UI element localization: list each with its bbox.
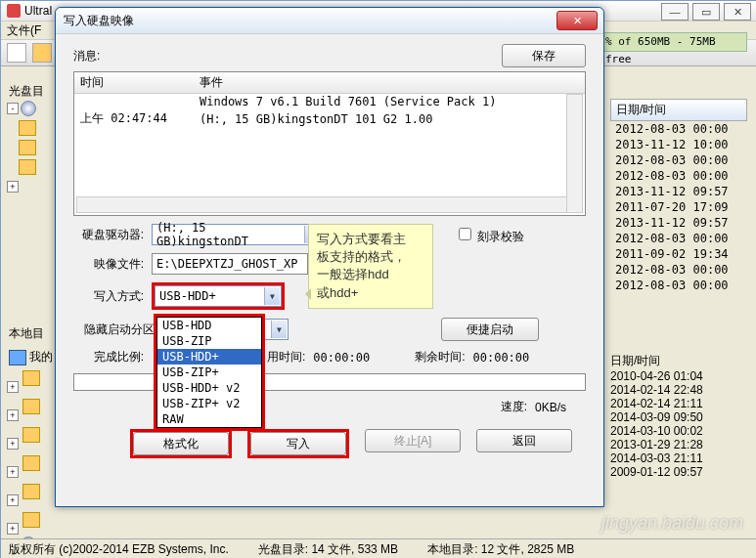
file-row[interactable]: 2013-11-12 09:57 [610, 184, 747, 199]
app-close-button[interactable]: ✕ [724, 3, 751, 21]
copyright-text: 版权所有 (c)2002-2014 EZB Systems, Inc. [9, 541, 229, 558]
dropdown-option[interactable]: USB-HDD+ v2 [157, 380, 261, 396]
folder-icon[interactable] [22, 455, 40, 471]
image-file-input[interactable]: E:\DEEPXTZJ_GHOST_XP [152, 253, 308, 275]
dropdown-option[interactable]: USB-ZIP+ [157, 365, 261, 380]
file-row[interactable]: 2012-08-03 00:00 [610, 262, 747, 278]
menu-file[interactable]: 文件(F [7, 22, 41, 39]
file-row[interactable]: 2011-09-02 19:34 [610, 246, 747, 262]
file-row[interactable]: 2014-03-09 09:50 [610, 410, 747, 424]
log-event: (H:, 15 GB)kingstonDT 101 G2 1.00 [194, 109, 585, 128]
hide-boot-label: 隐藏启动分区: [73, 322, 157, 338]
scrollbar-horizontal[interactable] [76, 196, 569, 213]
tree-expand-icon[interactable]: + [7, 409, 19, 421]
log-time [74, 94, 194, 110]
log-header-event[interactable]: 事件 [194, 72, 585, 94]
folder-icon[interactable] [22, 399, 40, 414]
tree-expand-icon[interactable]: + [7, 381, 19, 393]
log-row: Windows 7 v6.1 Build 7601 (Service Pack … [74, 94, 585, 110]
local-tree: + + + + + + + [5, 366, 54, 552]
log-event: Windows 7 v6.1 Build 7601 (Service Pack … [194, 94, 585, 110]
app-icon [7, 4, 21, 18]
file-row[interactable]: 2013-11-12 10:00 [610, 137, 747, 152]
file-row[interactable]: 2012-08-03 00:00 [610, 121, 747, 137]
file-row[interactable]: 2012-08-03 00:00 [610, 231, 747, 246]
dropdown-option[interactable]: USB-ZIP+ v2 [157, 396, 261, 411]
write-mode-label: 写入方式: [73, 288, 144, 305]
folder-icon[interactable] [19, 159, 36, 175]
dialog-title-text: 写入硬盘映像 [64, 13, 134, 29]
file-row[interactable]: 2014-02-14 22:48 [610, 383, 747, 397]
tree-expand-icon[interactable]: + [7, 438, 19, 450]
tree-expand-icon[interactable]: + [7, 181, 19, 193]
write-mode-combo[interactable]: USB-HDD+ ▼ [155, 285, 282, 307]
format-button[interactable]: 格式化 [133, 432, 229, 455]
folder-icon[interactable] [19, 120, 36, 136]
elapsed-label: 用时间: [267, 349, 305, 365]
speed-label: 速度: [501, 399, 527, 415]
verify-checkbox[interactable]: 刻录校验 [455, 225, 524, 245]
my-computer-node[interactable]: 我的 [9, 349, 53, 365]
folder-icon[interactable] [19, 140, 36, 155]
return-button[interactable]: 返回 [476, 429, 572, 452]
annotation-line: 写入方式要看主 [317, 232, 406, 246]
folder-icon[interactable] [22, 512, 40, 528]
capacity-bar: % of 650MB - 75MB free [600, 32, 747, 52]
file-row[interactable]: 2013-01-29 21:28 [610, 438, 747, 451]
tree-expand-icon[interactable]: + [7, 466, 19, 478]
chevron-down-icon: ▼ [264, 287, 280, 305]
tree-expand-icon[interactable]: + [7, 494, 19, 506]
folder-icon[interactable] [22, 370, 40, 386]
tree-expand-icon[interactable]: - [7, 103, 19, 114]
file-row[interactable]: 2009-01-12 09:57 [610, 465, 747, 479]
file-list-bottom: 日期/时间 2010-04-26 01:04 2014-02-14 22:48 … [610, 353, 747, 479]
dialog-titlebar[interactable]: 写入硬盘映像 [56, 8, 603, 34]
tree-expand-icon[interactable]: + [7, 523, 19, 535]
file-row[interactable]: 2011-07-20 17:09 [610, 199, 747, 215]
computer-icon [9, 350, 26, 365]
log-header-time[interactable]: 时间 [74, 72, 194, 94]
disc-tree: - + [5, 101, 54, 194]
write-disk-image-dialog: 写入硬盘映像 ✕ 消息: 保存 时间 事件 Windows 7 v6.1 Bui… [55, 7, 604, 507]
dialog-close-button[interactable]: ✕ [556, 11, 598, 30]
file-row[interactable]: 2012-08-03 00:00 [610, 168, 747, 184]
drive-combo[interactable]: (H:, 15 GB)kingstonDT ▼ [152, 224, 322, 245]
remain-label: 剩余时间: [415, 349, 465, 365]
log-time: 上午 02:47:44 [74, 109, 194, 128]
folder-icon[interactable] [22, 427, 40, 443]
verify-checkbox-input[interactable] [459, 228, 471, 240]
toolbar-open-icon[interactable] [32, 43, 52, 63]
dropdown-option[interactable]: USB-ZIP [157, 333, 261, 349]
disc-icon [21, 101, 36, 116]
dropdown-option[interactable]: RAW [157, 411, 261, 427]
dropdown-option-selected[interactable]: USB-HDD+ [157, 349, 261, 365]
annotation-tooltip: 写入方式要看主 板支持的格式， 一般选择hdd 或hdd+ [308, 224, 433, 309]
file-row[interactable]: 2014-03-03 21:11 [610, 451, 747, 465]
write-mode-dropdown[interactable]: USB-HDD USB-ZIP USB-HDD+ USB-ZIP+ USB-HD… [156, 317, 262, 428]
log-box: 时间 事件 Windows 7 v6.1 Build 7601 (Service… [73, 71, 586, 216]
file-row[interactable]: 2010-04-26 01:04 [610, 369, 747, 383]
annotation-line: 或hdd+ [317, 285, 358, 300]
folder-icon[interactable] [22, 484, 40, 499]
write-button[interactable]: 写入 [250, 432, 346, 455]
scrollbar-vertical[interactable] [566, 94, 583, 213]
column-header-datetime[interactable]: 日期/时间 [610, 99, 747, 121]
dropdown-option[interactable]: USB-HDD [157, 318, 261, 333]
my-computer-label: 我的 [29, 349, 53, 365]
watermark-text: jingyan.baidu.com [601, 513, 743, 534]
file-row[interactable]: 2012-08-03 00:00 [610, 152, 747, 168]
column-header-datetime[interactable]: 日期/时间 [610, 353, 747, 369]
speed-value: 0KB/s [535, 401, 566, 414]
file-row[interactable]: 2014-03-10 00:02 [610, 424, 747, 438]
app-max-button[interactable]: ▭ [692, 3, 720, 21]
save-button[interactable]: 保存 [502, 44, 586, 67]
file-row[interactable]: 2012-08-03 00:00 [610, 278, 747, 293]
ratio-label: 完成比例: [73, 349, 144, 365]
local-tree-label: 本地目 [9, 325, 44, 342]
toolbar-new-icon[interactable] [7, 43, 26, 63]
quick-boot-button[interactable]: 便捷启动 [441, 318, 539, 341]
file-row[interactable]: 2013-11-12 09:57 [610, 215, 747, 231]
file-list-top: 日期/时间 2012-08-03 00:00 2013-11-12 10:00 … [610, 99, 747, 293]
file-row[interactable]: 2014-02-14 21:11 [610, 397, 747, 410]
app-min-button[interactable]: — [661, 3, 689, 21]
